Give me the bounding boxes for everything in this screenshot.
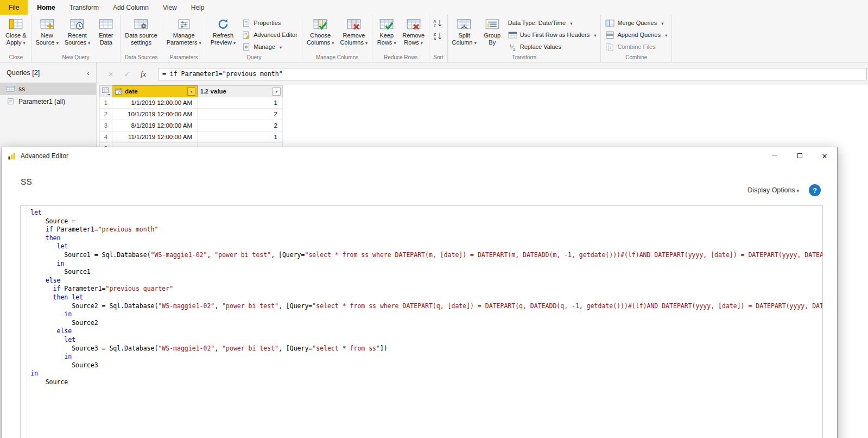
cell-date[interactable]: 8/1/2019 12:00:00 AM [112,120,198,132]
data-source-settings-button[interactable]: Data sourcesettings [122,16,160,47]
dialog-title: Advanced Editor [21,152,68,160]
manage-parameters-button[interactable]: ManageParameters [164,16,204,47]
dropdown-caret-icon [86,39,90,46]
dropdown-caret-icon [392,39,396,46]
column-label-date: date [125,88,185,95]
close-apply-button[interactable]: Close &Apply [3,16,29,47]
queries-list: ssParameter1 (all) [0,83,96,108]
column-header-value[interactable]: 1.2 value [198,85,283,97]
row-number[interactable]: 3 [99,120,112,132]
manage-icon [242,43,251,51]
help-button[interactable]: ? [809,184,821,196]
query-item-ss[interactable]: ss [0,83,96,95]
dropdown-caret-icon [54,39,58,46]
filter-dropdown-icon[interactable] [273,87,281,96]
ribbon-group-data-sources: Data sourcesettingsData Sources [121,15,162,62]
tab-add-column[interactable]: Add Column [106,0,156,15]
manage-button[interactable]: Manage [239,41,300,52]
formula-bar: = if Parameter1="previous month" [97,62,868,85]
filter-dropdown-icon[interactable] [187,87,195,96]
keep-rows-button[interactable]: KeepRows [374,16,399,47]
sort-az-icon: AZ [433,18,442,28]
remove-columns-icon [347,18,361,30]
dropdown-caret-icon [330,39,334,46]
cell-value[interactable]: 1 [198,132,283,143]
append-queries-button[interactable]: Append Queries [603,29,670,40]
formula-input[interactable]: = if Parameter1="previous month" [158,68,867,80]
merge-queries-button[interactable]: Merge Queries [603,17,670,28]
use-first-row-as-headers-button[interactable]: Use First Row as Headers [505,29,599,40]
svg-text:Z: Z [434,23,436,28]
cell-date[interactable]: 1/1/2019 12:00:00 AM [112,97,198,109]
properties-button[interactable]: Properties [239,17,300,28]
recent-sources-icon [70,18,84,30]
ribbon: Close &ApplyCloseNewSourceRecentSourcesE… [0,15,868,62]
choose-columns-button[interactable]: ChooseColumns [304,16,337,47]
data-grid: date 1.2 value 11/1/2019 12:00:00 AM1210… [99,85,283,154]
advanced-editor-dialog: Advanced Editor ss Display Options ? let… [2,147,838,438]
datetime-type-icon [115,87,123,95]
power-query-editor-window: FileHomeTransformAdd ColumnViewHelp Clos… [0,0,868,438]
new-source-button[interactable]: NewSource [33,16,61,47]
ribbon-group-label: Close [3,53,29,62]
minimize-button [762,147,787,164]
display-options-dropdown[interactable]: Display Options [747,186,799,194]
remove-rows-button[interactable]: RemoveRows [400,16,427,47]
dropdown-caret-icon [472,39,476,46]
replace-values-button[interactable]: 12Replace Values [505,41,599,52]
new-source-icon [40,18,54,30]
manage-parameters-icon [177,18,191,30]
code-editor[interactable]: let Source = if Parameter1="previous mon… [20,205,823,438]
advanced-editor-button[interactable]: Advanced Editor [239,29,300,40]
data-source-settings-icon [134,18,148,30]
grid-body: 11/1/2019 12:00:00 AM1210/1/2019 12:00:0… [99,97,283,154]
commit-formula-icon [119,69,135,79]
tab-file[interactable]: File [0,0,28,15]
dialog-titlebar: Advanced Editor [2,147,837,164]
column-header-date[interactable]: date [112,85,198,97]
dropdown-caret-icon [419,39,423,46]
sort-za-button[interactable]: ZA [431,30,444,42]
ribbon-group-sort: AZZASort [429,15,447,62]
cell-value[interactable]: 2 [198,120,283,132]
cell-date[interactable]: 10/1/2019 12:00:00 AM [112,109,198,120]
cell-value[interactable]: 2 [198,109,283,120]
query-item-parameter1-all[interactable]: Parameter1 (all) [0,95,96,108]
group-by-button[interactable]: GroupBy [480,16,505,47]
row-number[interactable]: 2 [99,109,112,120]
first-row-headers-icon [508,31,517,39]
cell-date[interactable]: 11/1/2019 12:00:00 AM [112,132,198,143]
enter-data-button[interactable]: EnterData [93,16,118,47]
data-type-date-time-button[interactable]: Data Type: Date/Time [505,17,599,28]
split-column-button[interactable]: SplitColumn [449,16,479,47]
ribbon-group-new-query: NewSourceRecentSourcesEnterDataNew Query [31,15,121,62]
close-button[interactable] [812,147,837,164]
row-number[interactable]: 1 [99,97,112,109]
column-label-value: value [211,88,270,95]
queries-pane-header: Queries [2] [0,62,96,83]
tab-view[interactable]: View [156,0,184,15]
tab-help[interactable]: Help [184,0,212,15]
ribbon-group-label: Sort [431,53,445,62]
properties-icon [242,19,251,27]
cell-value[interactable]: 1 [198,97,283,109]
sort-az-button[interactable]: AZ [431,17,444,29]
collapse-pane-icon[interactable] [87,68,90,77]
tab-transform[interactable]: Transform [62,0,106,15]
tab-home[interactable]: Home [30,0,62,15]
ribbon-group-parameters: ManageParametersParameters [162,15,206,62]
fx-icon [135,69,151,79]
ribbon-group-label: Combine [603,53,670,62]
remove-rows-icon [407,18,421,30]
row-number[interactable]: 4 [99,132,112,143]
refresh-preview-button[interactable]: RefreshPreview [208,16,238,47]
minimize-icon [772,155,777,156]
select-all-icon [102,87,110,96]
recent-sources-button[interactable]: RecentSources [62,16,93,47]
merge-queries-icon [605,19,614,27]
queries-pane-title: Queries [2] [7,69,40,77]
remove-columns-button[interactable]: RemoveColumns [338,16,371,47]
select-all-button[interactable] [99,85,112,97]
maximize-button[interactable] [787,147,812,164]
svg-text:A: A [434,36,437,41]
